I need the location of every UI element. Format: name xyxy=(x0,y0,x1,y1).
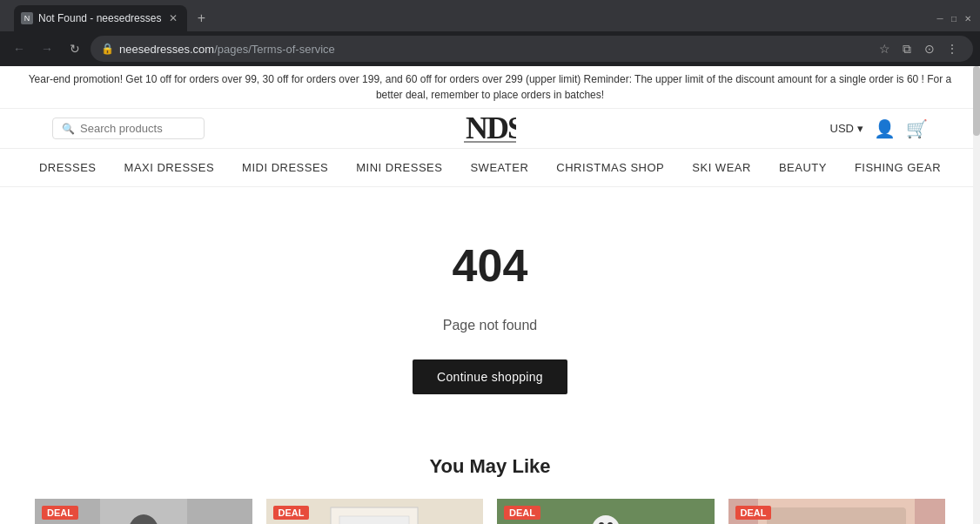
minimize-button[interactable]: ─ xyxy=(935,13,945,24)
refresh-button[interactable]: ↻ xyxy=(63,37,87,61)
forward-button[interactable]: → xyxy=(35,37,59,61)
section-title: You May Like xyxy=(35,455,945,478)
address-bar[interactable]: 🔒 neesedresses.com/pages/Terms-of-servic… xyxy=(91,36,973,62)
nav-item-christmas-shop[interactable]: CHRISTMAS SHOP xyxy=(556,161,664,174)
url-path: /pages/Terms-of-service xyxy=(214,43,335,56)
promo-text: Year-end promotion! Get 10 off for order… xyxy=(29,73,952,101)
restore-button[interactable]: □ xyxy=(949,13,959,24)
browser-menu-button[interactable]: ⋮ xyxy=(942,38,963,59)
deal-badge: DEAL xyxy=(735,506,772,520)
currency-selector[interactable]: USD ▾ xyxy=(830,122,863,135)
close-window-button[interactable]: ✕ xyxy=(963,13,973,24)
new-tab-button[interactable]: + xyxy=(191,8,211,29)
bookmark-button[interactable]: ☆ xyxy=(874,38,895,59)
site-logo[interactable]: NDS xyxy=(464,107,516,151)
account-icon: 👤 xyxy=(874,118,896,139)
site-header: 🔍 NDS USD ▾ 👤 🛒 xyxy=(0,109,980,149)
nav-item-beauty[interactable]: BEAUTY xyxy=(779,161,827,174)
tab-favicon: N xyxy=(21,12,33,24)
cart-icon: 🛒 xyxy=(906,118,928,139)
nav-item-ski-wear[interactable]: SKI WEAR xyxy=(692,161,751,174)
products-grid: DEAL DEAL xyxy=(35,499,945,524)
currency-label: USD xyxy=(830,122,854,135)
header-actions: USD ▾ 👤 🛒 xyxy=(830,118,928,139)
account-button[interactable]: 👤 xyxy=(874,118,896,139)
secure-icon: 🔒 xyxy=(101,43,114,55)
product-card[interactable]: DEAL xyxy=(266,499,484,524)
svg-rect-7 xyxy=(339,516,409,524)
browser-chrome: N Not Found - neesedresses ✕ + ─ □ ✕ ← →… xyxy=(0,0,980,66)
product-card[interactable]: DEAL xyxy=(35,499,252,524)
error-code: 404 xyxy=(17,239,963,292)
search-box[interactable]: 🔍 xyxy=(52,118,205,139)
promo-banner: Year-end promotion! Get 10 off for order… xyxy=(0,66,980,109)
continue-shopping-button[interactable]: Continue shopping xyxy=(413,359,567,394)
nav-item-sweater[interactable]: SWEATER xyxy=(470,161,528,174)
you-may-like-section: You May Like DEAL DEAL xyxy=(0,429,980,524)
product-card[interactable]: DEAL xyxy=(728,499,946,524)
svg-text:NDS: NDS xyxy=(466,111,516,145)
url-display: neesedresses.com/pages/Terms-of-service xyxy=(119,43,869,56)
nav-item-midi-dresses[interactable]: MIDI DRESSES xyxy=(242,161,328,174)
product-illustration xyxy=(296,499,453,524)
website-content: Year-end promotion! Get 10 off for order… xyxy=(0,66,980,524)
back-button[interactable]: ← xyxy=(7,37,31,61)
deal-badge: DEAL xyxy=(504,506,540,520)
product-illustration xyxy=(758,499,915,524)
scroll-thumb[interactable] xyxy=(973,66,980,136)
main-content: 404 Page not found Continue shopping xyxy=(0,187,980,429)
product-illustration xyxy=(527,499,684,524)
active-tab[interactable]: N Not Found - neesedresses ✕ xyxy=(14,5,187,31)
deal-badge: DEAL xyxy=(273,506,310,520)
deal-badge: DEAL xyxy=(42,506,78,520)
address-bar-actions: ☆ ⧉ ⊙ ⋮ xyxy=(874,38,963,59)
error-message: Page not found xyxy=(17,318,963,333)
extensions-button[interactable]: ⧉ xyxy=(896,38,917,59)
nav-item-dresses[interactable]: DRESSES xyxy=(39,161,97,174)
url-domain: neesedresses.com xyxy=(119,43,214,56)
tab-close-button[interactable]: ✕ xyxy=(166,11,180,25)
search-icon: 🔍 xyxy=(62,123,75,135)
product-illustration xyxy=(100,499,187,524)
tab-title: Not Found - neesedresses xyxy=(38,12,161,24)
browser-account-button[interactable]: ⊙ xyxy=(919,38,940,59)
nav-item-mini-dresses[interactable]: MINI DRESSES xyxy=(356,161,442,174)
product-card[interactable]: DEAL xyxy=(497,499,715,524)
site-nav: DRESSES MAXI DRESSES MIDI DRESSES MINI D… xyxy=(0,149,980,187)
scrollbar[interactable] xyxy=(973,66,980,524)
currency-arrow: ▾ xyxy=(857,122,863,135)
nav-item-fishing-gear[interactable]: FISHING GEAR xyxy=(855,161,941,174)
browser-tab-bar: N Not Found - neesedresses ✕ + ─ □ ✕ xyxy=(0,0,980,31)
nav-item-maxi-dresses[interactable]: MAXI DRESSES xyxy=(124,161,215,174)
browser-controls: ← → ↻ 🔒 neesedresses.com/pages/Terms-of-… xyxy=(0,31,980,66)
svg-rect-19 xyxy=(767,507,906,524)
cart-button[interactable]: 🛒 xyxy=(906,118,928,139)
search-input[interactable] xyxy=(80,122,195,135)
logo-svg: NDS xyxy=(464,107,516,151)
